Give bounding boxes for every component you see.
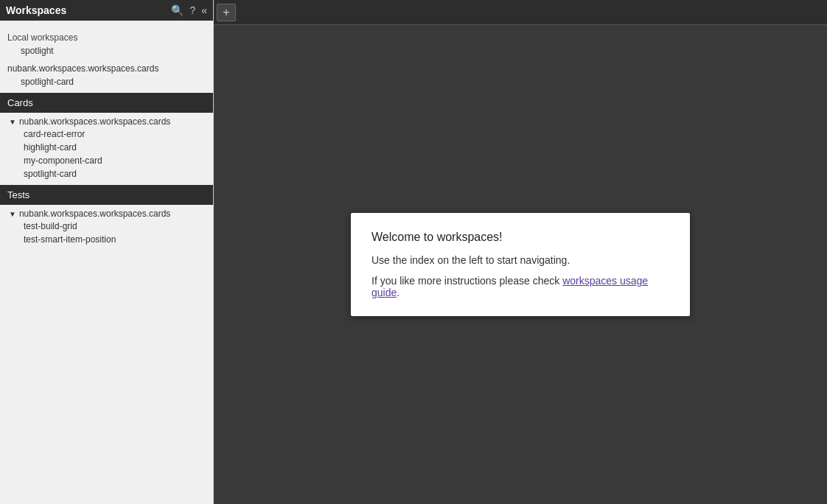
collapse-icon[interactable]: «	[201, 4, 207, 16]
my-component-card-item[interactable]: my-component-card	[0, 154, 213, 167]
tests-namespace-label: nubank.workspaces.workspaces.cards	[19, 209, 170, 219]
namespace-local-item[interactable]: nubank.workspaces.workspaces.cards	[0, 62, 213, 75]
triangle-tests-icon: ▼	[9, 210, 16, 218]
sidebar-header: Workspaces 🔍 ? «	[0, 0, 213, 21]
sidebar-content: Local workspaces spotlight nubank.worksp…	[0, 21, 213, 252]
cards-namespace-label: nubank.workspaces.workspaces.cards	[19, 116, 170, 127]
section-header-cards[interactable]: Cards	[0, 93, 213, 113]
welcome-card: Welcome to workspaces! Use the index on …	[351, 213, 690, 316]
main-area: + Welcome to workspaces! Use the index o…	[214, 0, 827, 504]
triangle-icon: ▼	[9, 118, 16, 126]
welcome-text-after-link: .	[397, 287, 399, 298]
spotlight-card-local-item[interactable]: spotlight-card	[0, 75, 213, 88]
tab-bar: +	[214, 0, 827, 25]
tests-section-label: Tests	[7, 189, 29, 200]
help-icon[interactable]: ?	[189, 4, 195, 16]
cards-namespace-row[interactable]: ▼ nubank.workspaces.workspaces.cards	[0, 114, 213, 127]
local-spotlight-item[interactable]: spotlight	[0, 44, 213, 57]
welcome-text-before-link: If you like more instructions please che…	[371, 275, 562, 287]
sidebar-title: Workspaces	[6, 4, 66, 16]
spotlight-card-item[interactable]: spotlight-card	[0, 167, 213, 181]
add-tab-button[interactable]: +	[217, 4, 236, 21]
welcome-text: If you like more instructions please che…	[371, 275, 669, 298]
tests-namespace-row[interactable]: ▼ nubank.workspaces.workspaces.cards	[0, 206, 213, 220]
section-header-tests[interactable]: Tests	[0, 185, 213, 205]
search-icon[interactable]: 🔍	[171, 4, 184, 16]
test-smart-item-position-item[interactable]: test-smart-item-position	[0, 233, 213, 246]
highlight-card-item[interactable]: highlight-card	[0, 141, 213, 154]
sidebar: Workspaces 🔍 ? « Local workspaces spotli…	[0, 0, 214, 504]
sidebar-header-icons: 🔍 ? «	[171, 4, 207, 16]
test-build-grid-item[interactable]: test-build-grid	[0, 220, 213, 233]
cards-section-label: Cards	[7, 97, 33, 108]
welcome-title: Welcome to workspaces!	[371, 231, 669, 244]
card-react-error-item[interactable]: card-react-error	[0, 127, 213, 141]
welcome-subtitle: Use the index on the left to start navig…	[371, 254, 669, 266]
local-workspaces-label: Local workspaces	[0, 27, 213, 44]
content-area: Welcome to workspaces! Use the index on …	[214, 25, 827, 504]
